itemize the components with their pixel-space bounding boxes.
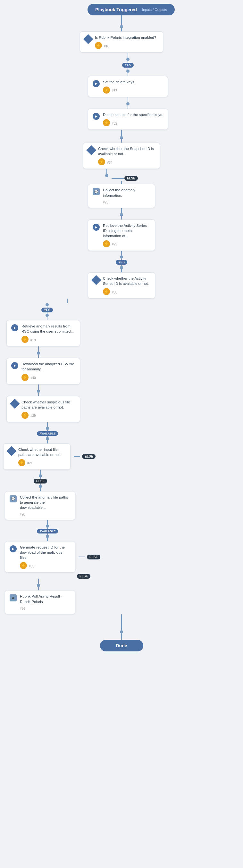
h-else21 — [74, 456, 80, 457]
node-40-title: Download the analyzed CSV file for anoma… — [22, 362, 75, 372]
yes-29-col: YES — [116, 251, 127, 272]
lightning-21 — [18, 459, 25, 466]
node-20-number: #20 — [20, 513, 25, 516]
node-40-wrapper: Download the analyzed CSV file for anoma… — [6, 358, 80, 384]
node-29[interactable]: Retrieve the Activity Series ID using th… — [88, 219, 155, 251]
connector-1b — [121, 28, 122, 31]
bubble-icon-20 — [10, 495, 17, 502]
lightning-29 — [103, 240, 110, 247]
node-35-body: Generate request ID for the download of … — [20, 545, 70, 569]
node-34-body: Check whether the Snapshot ID is availab… — [98, 146, 155, 165]
arrow-icon-29 — [93, 224, 100, 231]
node-40-number: #40 — [30, 376, 36, 380]
available-badge-20: AVAILABLE — [37, 529, 58, 533]
done-node: Done — [100, 640, 143, 651]
else-34-right: ELSE — [112, 176, 138, 181]
node-29-wrapper: Retrieve the Activity Series ID using th… — [88, 219, 155, 251]
node-39-title: Check whether suspicious file paths are … — [22, 400, 75, 410]
node-36[interactable]: Rubrik Poll Async Result - Rubrik Polari… — [5, 590, 75, 614]
c16b — [121, 633, 122, 640]
dot-16 — [120, 630, 123, 633]
node-35[interactable]: Generate request ID for the download of … — [5, 541, 75, 572]
dot-12 — [46, 427, 49, 430]
node-21[interactable]: Check whether input file paths are avail… — [3, 443, 70, 470]
lightning-32 — [103, 119, 110, 126]
arrow-icon-37 — [93, 80, 100, 87]
node-21-number: #21 — [27, 461, 33, 465]
node-40[interactable]: Download the analyzed CSV file for anoma… — [6, 358, 80, 384]
yes-38-row — [42, 299, 68, 303]
c15a — [38, 579, 39, 584]
available-badge-39: AVAILABLE — [37, 431, 58, 436]
c13d — [40, 488, 41, 491]
c11a — [38, 384, 39, 390]
node-34-number: #34 — [107, 161, 113, 164]
node-36-title: Rubrik Poll Async Result - Rubrik Polari… — [20, 594, 70, 604]
node-20-body: Collect the anomaly file paths to genera… — [20, 495, 70, 517]
node-35-row: Generate request ID for the download of … — [5, 541, 100, 572]
node-32-title: Delete context for the specified keys. — [103, 112, 163, 117]
else-badge-21b: ELSE — [34, 479, 47, 484]
node-25[interactable]: Collect the anomaly information. #25 — [88, 184, 155, 208]
c9d — [47, 317, 48, 320]
node-36-wrapper: Rubrik Poll Async Result - Rubrik Polari… — [5, 590, 75, 614]
diamond-icon-34 — [86, 146, 96, 155]
lightning-35 — [20, 562, 27, 569]
conn-19-40 — [37, 346, 40, 358]
node-39[interactable]: Check whether suspicious file paths are … — [6, 396, 80, 422]
node-34-wrapper: Check whether the Snapshot ID is availab… — [83, 143, 160, 169]
c14d — [47, 538, 48, 541]
node-35-number: #35 — [29, 564, 34, 568]
node-21-title: Check whether input file paths are avail… — [18, 447, 66, 457]
node-21-body: Check whether input file paths are avail… — [18, 447, 66, 466]
else-21-right: ELSE — [74, 454, 95, 459]
node-34-title: Check whether the Snapshot ID is availab… — [98, 146, 155, 156]
playbook-links[interactable]: Inputs / Outputs — [142, 8, 167, 11]
playbook-header[interactable]: Playbook Triggered Inputs / Outputs — [88, 4, 175, 16]
dot-10 — [37, 351, 40, 355]
node-34[interactable]: Check whether the Snapshot ID is availab… — [83, 143, 160, 169]
h-line-else34 — [112, 178, 124, 179]
node-25-number: #25 — [103, 200, 109, 204]
conn-35-36 — [37, 579, 40, 590]
node-19-body: Retrieve anomaly results from RSC using … — [22, 323, 75, 343]
node-29-body: Retrieve the Activity Series ID using th… — [103, 223, 150, 247]
lightning-40 — [22, 374, 29, 381]
node-25-body: Collect the anomaly information. #25 — [103, 187, 150, 204]
node-38[interactable]: Check whether the Activity Series ID is … — [88, 272, 155, 299]
node-37-title: Set the delete keys. — [103, 80, 163, 85]
node-18[interactable]: Is Rubrik Polaris integration enabled? #… — [80, 31, 163, 53]
yes-badge-38: YES — [41, 308, 53, 312]
node-32[interactable]: Delete context for the specified keys. #… — [88, 108, 168, 130]
node-35-wrapper: Generate request ID for the download of … — [5, 541, 75, 572]
dot-2 — [126, 58, 129, 61]
dot-1 — [120, 25, 123, 28]
node-37[interactable]: Set the delete keys. #37 — [88, 76, 168, 97]
else-badge-35b: ELSE — [77, 574, 90, 579]
dot-15 — [37, 584, 40, 587]
node-35-title: Generate request ID for the download of … — [20, 545, 70, 560]
node-37-number: #37 — [112, 89, 117, 93]
node-18-number: #18 — [104, 44, 109, 48]
dot-4 — [120, 136, 123, 140]
node-19-wrapper: Retrieve anomaly results from RSC using … — [6, 320, 80, 346]
flow-container: Playbook Triggered Inputs / Outputs Is R… — [0, 0, 243, 671]
else-badge-34: ELSE — [124, 176, 138, 181]
node-32-wrapper: Delete context for the specified keys. #… — [88, 108, 168, 130]
yes-badge-29: YES — [116, 260, 127, 265]
node-38-number: #38 — [112, 290, 117, 294]
node-37-wrapper: Set the delete keys. #37 — [88, 76, 168, 97]
dot-14b — [46, 535, 49, 538]
node-29-number: #29 — [112, 243, 117, 246]
node-20[interactable]: Collect the anomaly file paths to genera… — [5, 491, 75, 520]
main-center-col — [105, 169, 109, 177]
monitor-icon-36 — [10, 594, 17, 601]
node-19[interactable]: Retrieve anomaly results from RSC using … — [6, 320, 80, 346]
dot-9b — [45, 314, 49, 317]
c6 — [121, 181, 122, 184]
dot-13 — [39, 474, 42, 477]
c11b — [38, 393, 39, 396]
else-branch-34: ELSE Collect the anomaly information. #2… — [41, 169, 202, 299]
h-else35 — [79, 557, 85, 557]
available-39-col: AVAILABLE — [37, 422, 58, 443]
